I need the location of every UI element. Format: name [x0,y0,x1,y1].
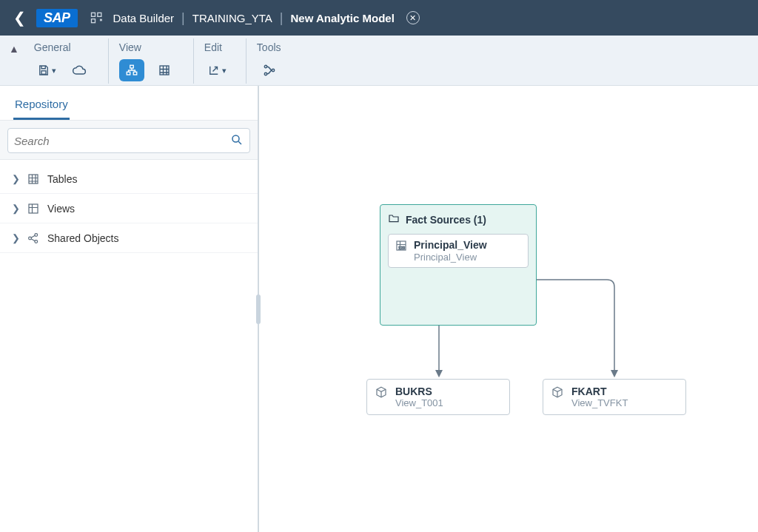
table-icon [27,172,40,186]
folder-icon [388,212,400,226]
svg-rect-0 [91,13,95,16]
group-edit: Edit ▾ [194,38,246,84]
node-subtitle: Principal_View [414,252,487,263]
chevron-right-icon: ❯ [12,173,19,184]
group-label: Edit [204,41,229,53]
node-subtitle: View_T001 [395,397,443,408]
search-wrapper [0,121,258,160]
tree-item-label: Shared Objects [47,232,119,244]
svg-point-8 [264,65,266,67]
group-tools: Tools [246,38,298,84]
group-view: View [109,38,194,84]
svg-point-9 [264,73,266,75]
svg-rect-6 [133,72,137,75]
search-input[interactable] [14,135,230,147]
breadcrumb-app[interactable]: Data Builder [113,12,175,24]
impact-lineage-button[interactable] [257,59,282,81]
back-button[interactable]: ❮ [10,9,29,27]
node-title: BUKRS [395,385,443,397]
chevron-right-icon: ❯ [12,232,19,243]
svg-point-10 [272,69,274,71]
tree-item-label: Views [47,203,75,215]
group-label: Tools [257,41,282,53]
chevron-right-icon: ❯ [12,203,19,214]
sap-logo: SAP [36,9,78,27]
svg-rect-13 [29,204,38,213]
collapse-toolbar-button[interactable]: ▲ [7,38,24,84]
tree-item-shared-objects[interactable]: ❯ Shared Objects [0,223,258,253]
main-area: Repository ❯ Tables ❯ [0,86,758,532]
tree-item-views[interactable]: ❯ Views [0,194,258,223]
fact-node-principal-view[interactable]: 123 Principal_View Principal_View [388,234,529,268]
svg-point-11 [232,135,239,142]
toolbar: ▲ General ▾ View Edit [0,36,758,86]
svg-rect-2 [97,13,101,16]
node-subtitle: View_TVFKT [571,397,628,408]
save-button[interactable]: ▾ [34,59,59,81]
group-label: General [34,41,92,53]
page-title: New Analytic Model [291,12,395,24]
share-icon [27,232,40,245]
group-label: View [119,41,177,53]
chevron-down-icon: ▾ [52,66,56,75]
diagram-canvas[interactable]: Fact Sources (1) 123 Principal_View Prin… [259,86,758,532]
svg-rect-4 [130,65,134,68]
svg-rect-1 [91,19,95,23]
dimension-node-bukrs[interactable]: BUKRS View_T001 [366,379,510,415]
separator-icon: | [181,10,185,26]
sidebar: Repository ❯ Tables ❯ [0,86,259,532]
repository-tree: ❯ Tables ❯ Views ❯ Shared Objects [0,160,258,257]
svg-rect-7 [160,66,169,75]
svg-rect-3 [41,71,46,75]
tab-repository[interactable]: Repository [13,93,70,120]
dimension-node-fkart[interactable]: FKART View_TVFKT [543,379,686,415]
export-button[interactable]: ▾ [204,59,229,81]
svg-rect-5 [127,72,130,75]
sidebar-tabs: Repository [0,86,258,121]
model-view-button[interactable] [119,59,144,81]
grid-view-button[interactable] [152,59,177,81]
tree-item-tables[interactable]: ❯ Tables [0,164,258,194]
separator-icon: | [280,10,284,26]
app-header: ❮ SAP Data Builder | TRAINING_YTA | New … [0,0,758,36]
search-input-box[interactable] [7,128,250,153]
breadcrumb: Data Builder | TRAINING_YTA | New Analyt… [90,10,420,26]
fact-sources-container[interactable]: Fact Sources (1) 123 Principal_View Prin… [380,204,537,326]
close-icon[interactable]: ✕ [406,11,420,24]
node-title: FKART [571,385,628,397]
cube-icon [375,385,388,401]
tree-item-label: Tables [47,173,77,185]
cube-icon [551,385,564,401]
data-builder-icon [90,10,104,25]
group-general: General ▾ [24,38,109,84]
view-icon [27,202,40,215]
fact-title-label: Fact Sources (1) [406,214,486,226]
node-title: Principal_View [414,239,487,252]
resize-handle[interactable] [256,294,261,324]
search-icon[interactable] [230,133,244,149]
fact-icon: 123 [395,239,408,255]
deploy-button[interactable] [67,59,92,81]
svg-rect-12 [29,175,38,183]
breadcrumb-space[interactable]: TRAINING_YTA [192,12,272,24]
svg-text:123: 123 [398,246,405,250]
chevron-down-icon: ▾ [222,66,227,75]
